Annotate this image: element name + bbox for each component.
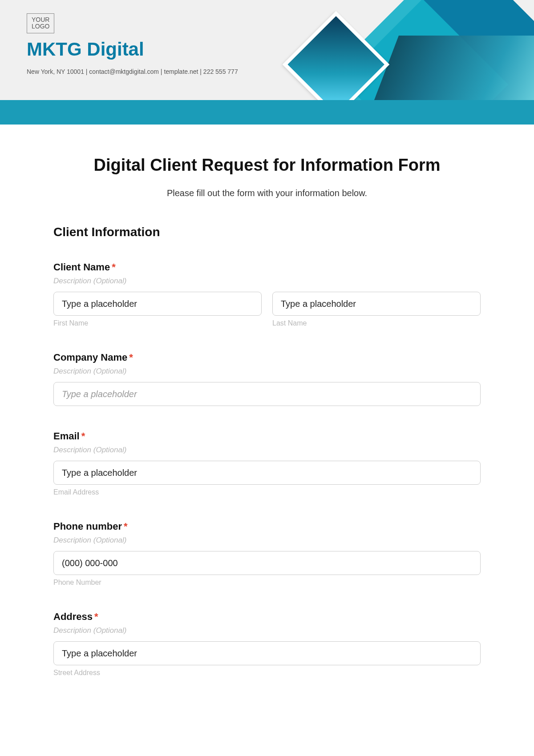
address-label: Address* (53, 611, 481, 623)
email-input[interactable] (53, 461, 481, 485)
contact-line: New York, NY 10001 | contact@mktgdigital… (27, 68, 507, 75)
form-container: Digital Client Request for Information F… (0, 125, 534, 695)
company-name-label-text: Company Name (53, 352, 127, 363)
street-address-sublabel: Street Address (53, 669, 481, 677)
email-sublabel: Email Address (53, 488, 481, 496)
required-marker: * (94, 611, 98, 622)
first-name-input[interactable] (53, 292, 262, 316)
first-name-sublabel: First Name (53, 319, 262, 327)
email-label-text: Email (53, 430, 80, 442)
page-header: YOUR LOGO MKTG Digital New York, NY 1000… (0, 0, 534, 125)
client-name-label-text: Client Name (53, 261, 110, 273)
required-marker: * (81, 430, 85, 442)
company-name: MKTG Digital (27, 39, 507, 60)
phone-sublabel: Phone Number (53, 579, 481, 587)
company-name-input[interactable] (53, 382, 481, 406)
field-company-name: Company Name* Description (Optional) (53, 352, 481, 406)
field-client-name: Client Name* Description (Optional) Firs… (53, 261, 481, 327)
company-name-label: Company Name* (53, 352, 481, 363)
street-address-input[interactable] (53, 641, 481, 665)
email-desc: Description (Optional) (53, 446, 481, 454)
required-marker: * (124, 521, 128, 532)
phone-label: Phone number* (53, 521, 481, 532)
email-label: Email* (53, 430, 481, 442)
form-title: Digital Client Request for Information F… (53, 156, 481, 175)
required-marker: * (112, 261, 116, 273)
field-email: Email* Description (Optional) Email Addr… (53, 430, 481, 496)
section-client-information: Client Information (53, 225, 481, 239)
phone-input[interactable] (53, 551, 481, 575)
phone-desc: Description (Optional) (53, 536, 481, 545)
field-address: Address* Description (Optional) Street A… (53, 611, 481, 677)
teal-band (0, 100, 534, 125)
last-name-input[interactable] (272, 292, 481, 316)
client-name-desc: Description (Optional) (53, 277, 481, 286)
accent-underline (27, 107, 151, 108)
address-label-text: Address (53, 611, 93, 622)
last-name-sublabel: Last Name (272, 319, 481, 327)
form-subtitle: Please fill out the form with your infor… (53, 188, 481, 198)
client-name-label: Client Name* (53, 261, 481, 273)
address-desc: Description (Optional) (53, 626, 481, 635)
required-marker: * (129, 352, 133, 363)
logo-placeholder: YOUR LOGO (27, 13, 54, 33)
company-name-desc: Description (Optional) (53, 367, 481, 376)
field-phone: Phone number* Description (Optional) Pho… (53, 521, 481, 587)
phone-label-text: Phone number (53, 521, 122, 532)
